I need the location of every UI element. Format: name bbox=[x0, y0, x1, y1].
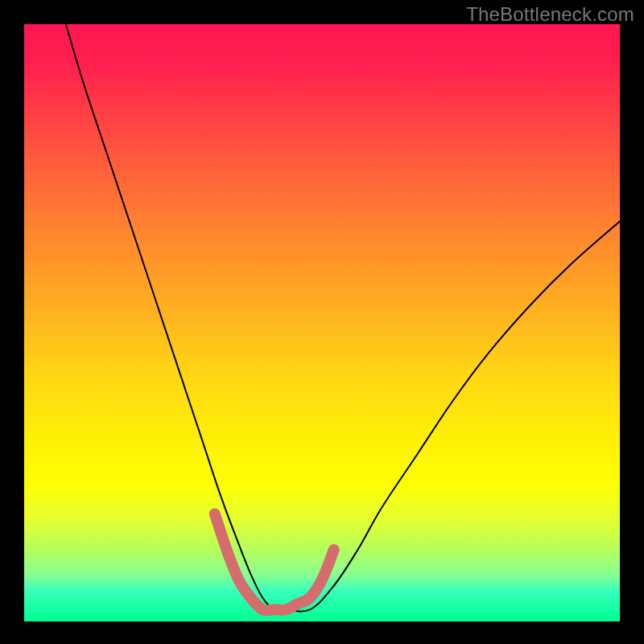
bottleneck-curve bbox=[66, 24, 620, 612]
chart-plot-area bbox=[24, 24, 620, 621]
chart-svg bbox=[24, 24, 620, 621]
watermark-text: TheBottleneck.com bbox=[466, 3, 634, 26]
